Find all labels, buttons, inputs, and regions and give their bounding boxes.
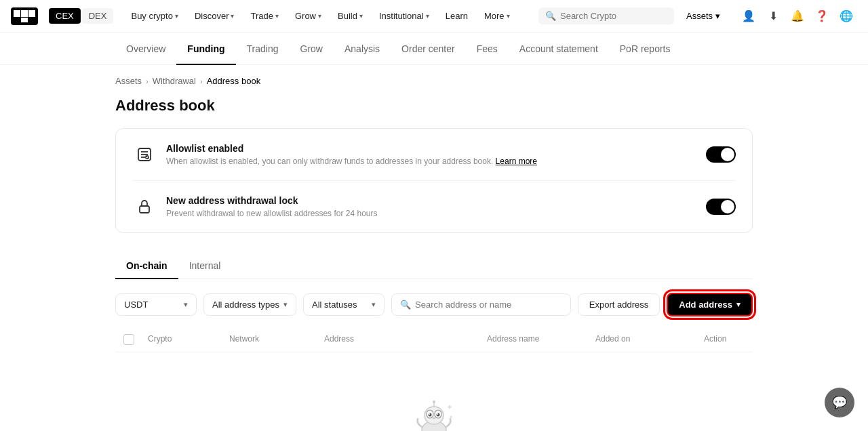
tab-funding[interactable]: Funding bbox=[176, 33, 235, 65]
nav-learn[interactable]: Learn bbox=[439, 7, 475, 25]
col-added-on: Added on bbox=[590, 334, 698, 345]
col-address: Address bbox=[319, 334, 481, 345]
download-button[interactable]: ⬇ bbox=[762, 5, 784, 27]
tab-on-chain[interactable]: On-chain bbox=[115, 252, 178, 279]
breadcrumb-current: Address book bbox=[207, 76, 261, 86]
tab-overview[interactable]: Overview bbox=[115, 33, 176, 65]
lock-icon bbox=[132, 194, 157, 219]
tab-por-reports[interactable]: PoR reports bbox=[609, 33, 682, 65]
svg-point-17 bbox=[437, 413, 440, 417]
nav-trade[interactable]: Trade ▾ bbox=[243, 7, 285, 25]
svg-rect-11 bbox=[140, 206, 149, 213]
nav-build[interactable]: Build ▾ bbox=[331, 7, 370, 25]
nav-buy-crypto[interactable]: Buy crypto ▾ bbox=[124, 7, 184, 25]
svg-rect-3 bbox=[21, 18, 28, 22]
statuses-filter[interactable]: All statuses ▾ bbox=[303, 293, 384, 316]
filters-row: USDT ▾ All address types ▾ All statuses … bbox=[115, 293, 753, 316]
search-icon: 🔍 bbox=[545, 11, 556, 21]
breadcrumb-sep-2: › bbox=[200, 77, 203, 85]
col-network: Network bbox=[224, 334, 319, 345]
col-action: Action bbox=[698, 334, 753, 345]
allowlist-desc: When allowlist is enabled, you can only … bbox=[166, 157, 706, 166]
nav-right-actions: 👤 ⬇ 🔔 ❓ 🌐 bbox=[738, 5, 857, 27]
svg-point-16 bbox=[429, 413, 432, 417]
page-title: Address book bbox=[0, 86, 868, 128]
tab-fees[interactable]: Fees bbox=[466, 33, 509, 65]
logo[interactable] bbox=[11, 7, 38, 25]
svg-point-18 bbox=[429, 413, 430, 415]
assets-button[interactable]: Assets ▾ bbox=[679, 7, 727, 25]
statuses-value: All statuses bbox=[312, 300, 357, 310]
help-button[interactable]: ❓ bbox=[811, 5, 833, 27]
crypto-filter[interactable]: USDT ▾ bbox=[115, 293, 197, 316]
add-address-label: Add address bbox=[679, 300, 732, 310]
svg-rect-0 bbox=[14, 10, 20, 17]
withdrawal-lock-row: New address withdrawal lock Prevent with… bbox=[132, 181, 736, 232]
nav-institutional[interactable]: Institutional ▾ bbox=[372, 7, 436, 25]
discover-arrow-icon: ▾ bbox=[231, 12, 234, 20]
learn-more-link[interactable]: Learn more bbox=[496, 157, 537, 166]
svg-text:✦: ✦ bbox=[446, 403, 453, 412]
add-address-arrow-icon: ▾ bbox=[736, 300, 741, 309]
breadcrumb: Assets › Withdrawal › Address book bbox=[0, 65, 868, 86]
svg-point-22 bbox=[433, 401, 435, 403]
allowlist-setting-row: Allowlist enabled When allowlist is enab… bbox=[132, 129, 736, 181]
address-search-input[interactable] bbox=[415, 300, 562, 310]
dex-tab[interactable]: DEX bbox=[82, 8, 114, 24]
tab-internal[interactable]: Internal bbox=[178, 252, 232, 279]
address-types-filter[interactable]: All address types ▾ bbox=[203, 293, 296, 316]
table-header: Crypto Network Address Address name Adde… bbox=[115, 327, 753, 352]
breadcrumb-assets[interactable]: Assets bbox=[115, 76, 142, 86]
breadcrumb-withdrawal[interactable]: Withdrawal bbox=[153, 76, 196, 86]
nav-discover[interactable]: Discover ▾ bbox=[188, 7, 241, 25]
build-arrow-icon: ▾ bbox=[359, 12, 363, 20]
col-crypto: Crypto bbox=[142, 334, 224, 345]
statuses-arrow-icon: ▾ bbox=[372, 300, 376, 309]
cex-dex-tabs: CEX DEX bbox=[49, 8, 113, 24]
search-bar[interactable]: 🔍 bbox=[538, 7, 674, 24]
svg-text:✦: ✦ bbox=[449, 414, 454, 420]
address-types-value: All address types bbox=[212, 300, 279, 310]
nav-more[interactable]: More ▾ bbox=[477, 7, 517, 25]
address-types-arrow-icon: ▾ bbox=[283, 300, 288, 309]
settings-card: Allowlist enabled When allowlist is enab… bbox=[115, 128, 753, 233]
svg-rect-2 bbox=[28, 10, 35, 17]
search-input[interactable] bbox=[560, 11, 667, 21]
chat-button[interactable]: 💬 bbox=[825, 388, 854, 417]
tab-trading[interactable]: Trading bbox=[236, 33, 290, 65]
account-button[interactable]: 👤 bbox=[738, 5, 760, 27]
address-search-wrap[interactable]: 🔍 bbox=[391, 293, 571, 316]
export-address-button[interactable]: Export address bbox=[578, 293, 660, 316]
allowlist-toggle[interactable] bbox=[706, 146, 736, 163]
withdrawal-lock-desc: Prevent withdrawal to new allowlist addr… bbox=[166, 209, 706, 218]
language-button[interactable]: 🌐 bbox=[835, 5, 857, 27]
allowlist-title: Allowlist enabled bbox=[166, 143, 706, 154]
tab-analysis[interactable]: Analysis bbox=[334, 33, 391, 65]
withdrawal-lock-text: New address withdrawal lock Prevent with… bbox=[166, 195, 706, 218]
svg-point-19 bbox=[437, 413, 438, 415]
crypto-filter-arrow-icon: ▾ bbox=[184, 300, 188, 309]
add-address-button[interactable]: Add address ▾ bbox=[667, 293, 753, 316]
second-nav: Overview Funding Trading Grow Analysis O… bbox=[0, 33, 868, 65]
select-all-checkbox[interactable] bbox=[123, 334, 134, 345]
nav-grow[interactable]: Grow ▾ bbox=[288, 7, 328, 25]
top-nav: CEX DEX Buy crypto ▾ Discover ▾ Trade ▾ … bbox=[0, 0, 868, 33]
allowlist-text: Allowlist enabled When allowlist is enab… bbox=[166, 143, 706, 166]
assets-arrow-icon: ▾ bbox=[715, 11, 720, 21]
tab-account-statement[interactable]: Account statement bbox=[509, 33, 609, 65]
tab-order-center[interactable]: Order center bbox=[391, 33, 466, 65]
tab-grow[interactable]: Grow bbox=[290, 33, 334, 65]
breadcrumb-sep-1: › bbox=[146, 77, 149, 85]
trade-arrow-icon: ▾ bbox=[275, 12, 279, 20]
institutional-arrow-icon: ▾ bbox=[426, 12, 429, 20]
withdrawal-lock-title: New address withdrawal lock bbox=[166, 195, 706, 206]
svg-point-20 bbox=[433, 417, 435, 419]
cex-tab[interactable]: CEX bbox=[49, 8, 81, 24]
empty-illustration: ✦ ✦ bbox=[407, 393, 461, 431]
empty-state: ✦ ✦ No results found Try changing your f… bbox=[115, 352, 753, 431]
main-content: Allowlist enabled When allowlist is enab… bbox=[0, 128, 868, 431]
chat-icon: 💬 bbox=[832, 395, 847, 410]
buy-crypto-arrow-icon: ▾ bbox=[175, 12, 178, 20]
withdrawal-lock-toggle[interactable] bbox=[706, 199, 736, 215]
notifications-button[interactable]: 🔔 bbox=[787, 5, 808, 27]
